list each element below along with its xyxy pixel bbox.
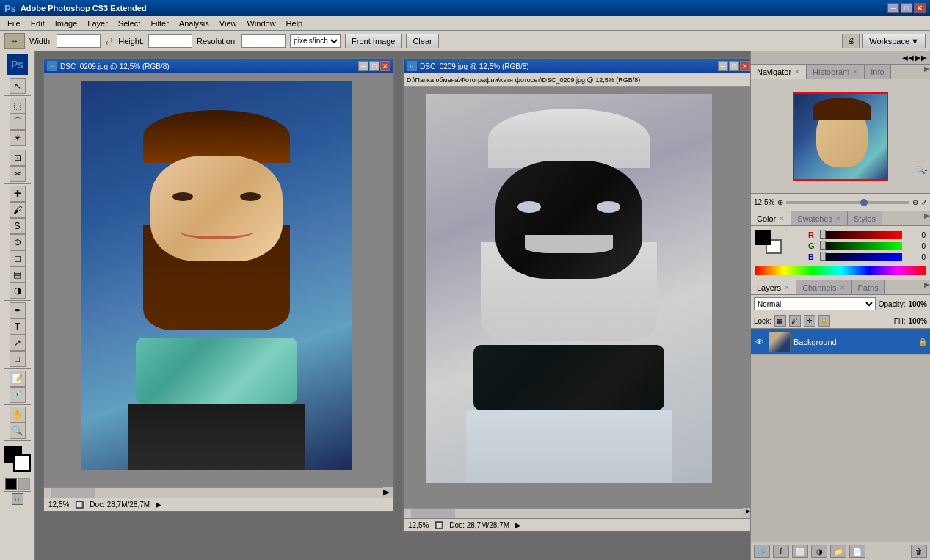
screen-mode-normal[interactable]: □ (12, 493, 23, 505)
background-color[interactable] (13, 454, 31, 472)
tab-channels[interactable]: Channels ✕ (796, 280, 851, 294)
doc1-maximize[interactable]: □ (369, 61, 379, 71)
add-fx-button[interactable]: f (773, 545, 789, 558)
navigator-panel-menu[interactable]: ▶ (924, 65, 930, 79)
g-thumb[interactable] (820, 241, 826, 250)
tab-histogram[interactable]: Histogram ✕ (807, 65, 865, 79)
menu-window[interactable]: Window (242, 18, 280, 29)
doc2-hscroll-thumb[interactable] (411, 509, 455, 518)
menu-image[interactable]: Image (51, 18, 82, 29)
swatches-close[interactable]: ✕ (835, 215, 841, 222)
color-spectrum[interactable] (755, 266, 926, 275)
doc1-close[interactable]: ✕ (380, 61, 390, 71)
tool-hand[interactable]: ✋ (10, 407, 26, 423)
g-slider[interactable] (820, 242, 902, 250)
add-mask-button[interactable]: ⬜ (792, 545, 808, 558)
tool-history[interactable]: ⊙ (10, 234, 26, 250)
delete-layer-button[interactable]: 🗑 (911, 545, 927, 558)
resolution-unit-select[interactable]: pixels/inch pixels/cm (290, 34, 341, 48)
tool-lasso[interactable]: ⌒ (10, 114, 26, 130)
maximize-button[interactable]: □ (901, 3, 912, 13)
tab-styles[interactable]: Styles (848, 211, 882, 225)
tool-slice[interactable]: ✂ (10, 166, 26, 182)
menu-filter[interactable]: Filter (146, 18, 172, 29)
tool-note[interactable]: 📝 (10, 371, 26, 387)
clear-button[interactable]: Clear (406, 34, 438, 48)
print-icon[interactable]: 🖨 (842, 34, 860, 48)
zoom-out-icon[interactable]: 🔍- (916, 166, 927, 174)
tool-wand[interactable]: ✴ (10, 130, 26, 146)
menu-select[interactable]: Select (114, 18, 145, 29)
tab-paths[interactable]: Paths (852, 280, 885, 294)
add-layer-button[interactable]: 📄 (849, 545, 865, 558)
tool-move[interactable]: ↖ (10, 78, 26, 94)
blend-mode-select[interactable]: Normal Multiply Screen (754, 297, 876, 310)
tab-info[interactable]: Info (865, 65, 890, 79)
b-slider[interactable] (820, 253, 902, 261)
tab-layers[interactable]: Layers ✕ (751, 280, 796, 294)
doc1-hscroll[interactable] (44, 487, 383, 498)
channels-close[interactable]: ✕ (840, 284, 846, 291)
doc2-maximize[interactable]: □ (729, 61, 739, 71)
r-thumb[interactable] (820, 230, 826, 239)
tool-eraser[interactable]: ◻ (10, 250, 26, 266)
menu-file[interactable]: File (3, 18, 25, 29)
zoom-in-btn[interactable]: ⊕ (777, 198, 783, 206)
doc2-hscroll[interactable] (404, 508, 743, 518)
swap-icon[interactable]: ⇄ (105, 35, 114, 47)
tool-brush[interactable]: 🖌 (10, 202, 26, 218)
layers-panel-menu[interactable]: ▶ (924, 280, 930, 294)
navigator-close[interactable]: ✕ (794, 68, 800, 76)
doc1-minimize[interactable]: ─ (358, 61, 368, 71)
menu-analysis[interactable]: Analysis (175, 18, 214, 29)
tab-color[interactable]: Color ✕ (751, 211, 791, 225)
collapse-right-icon[interactable]: ▶▶ (915, 54, 927, 62)
resolution-input[interactable] (241, 34, 286, 48)
menu-view[interactable]: View (215, 18, 241, 29)
width-input[interactable] (57, 34, 101, 48)
zoom-slider[interactable] (786, 201, 909, 204)
lock-transparency-icon[interactable]: ▦ (774, 315, 786, 327)
tool-dodge[interactable]: ◑ (10, 283, 26, 299)
lock-image-icon[interactable]: 🖊 (789, 315, 801, 327)
tab-swatches[interactable]: Swatches ✕ (791, 211, 848, 225)
b-thumb[interactable] (820, 252, 826, 261)
collapse-left-icon[interactable]: ◀◀ (902, 54, 914, 62)
layers-close[interactable]: ✕ (784, 284, 790, 291)
workspace-button[interactable]: Workspace ▼ (862, 34, 926, 48)
r-slider[interactable] (820, 231, 902, 239)
menu-edit[interactable]: Edit (26, 18, 49, 29)
height-input[interactable] (148, 34, 192, 48)
tool-heal[interactable]: ✚ (10, 186, 26, 202)
doc1-hscroll-thumb[interactable] (51, 488, 95, 498)
histogram-close[interactable]: ✕ (852, 68, 858, 76)
tool-zoom[interactable]: 🔍 (10, 423, 26, 439)
color-panel-menu[interactable]: ▶ (924, 211, 930, 225)
tool-gradient[interactable]: ▤ (10, 266, 26, 283)
tool-shape[interactable]: □ (10, 351, 26, 367)
tool-pen[interactable]: ✒ (10, 302, 26, 319)
doc2-minimize[interactable]: ─ (718, 61, 728, 71)
quick-mask-off[interactable] (5, 478, 17, 490)
add-adjustment-button[interactable]: ◑ (811, 545, 827, 558)
zoom-out-btn[interactable]: ⊖ (912, 198, 918, 206)
tool-text[interactable]: T (10, 319, 26, 335)
tab-navigator[interactable]: Navigator ✕ (751, 65, 807, 79)
color-close[interactable]: ✕ (779, 215, 785, 222)
tool-eyedropper[interactable]: 💉 (10, 387, 26, 403)
zoom-slider-thumb[interactable] (860, 199, 868, 206)
menu-help[interactable]: Help (282, 18, 308, 29)
tool-path-select[interactable]: ↗ (10, 335, 26, 351)
add-link-button[interactable]: 🔗 (754, 545, 770, 558)
minimize-button[interactable]: ─ (887, 3, 899, 13)
tool-stamp[interactable]: S (10, 218, 26, 234)
tool-marquee[interactable]: ⬚ (10, 98, 26, 114)
expand-icon[interactable]: ⤢ (921, 198, 927, 206)
quick-mask-on[interactable] (18, 478, 30, 490)
lock-position-icon[interactable]: ✛ (804, 315, 815, 327)
front-image-button[interactable]: Front Image (345, 34, 402, 48)
add-group-button[interactable]: 📁 (830, 545, 846, 558)
layer-background[interactable]: 👁 Background 🔒 (751, 329, 930, 355)
close-button[interactable]: ✕ (914, 3, 926, 13)
tool-crop[interactable]: ⊡ (10, 150, 26, 166)
